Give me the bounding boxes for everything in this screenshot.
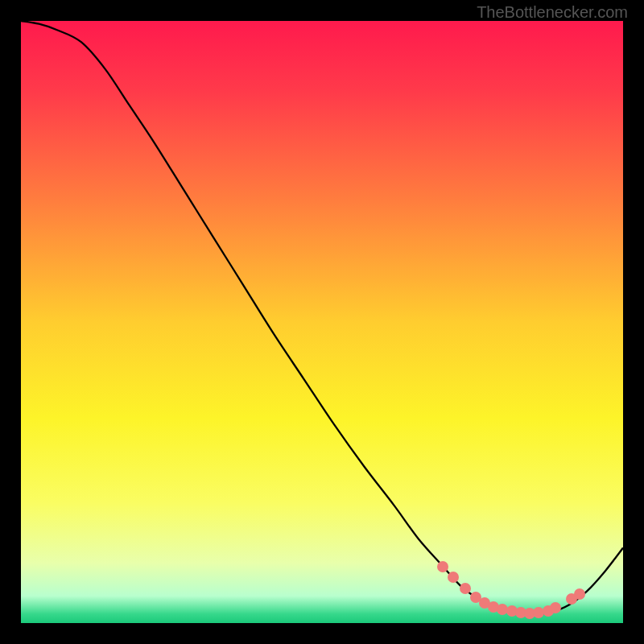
watermark-text: TheBottlenecker.com xyxy=(477,3,628,22)
chart-background-gradient xyxy=(21,21,623,623)
svg-rect-0 xyxy=(21,21,623,623)
chart-plot-area xyxy=(21,21,623,623)
